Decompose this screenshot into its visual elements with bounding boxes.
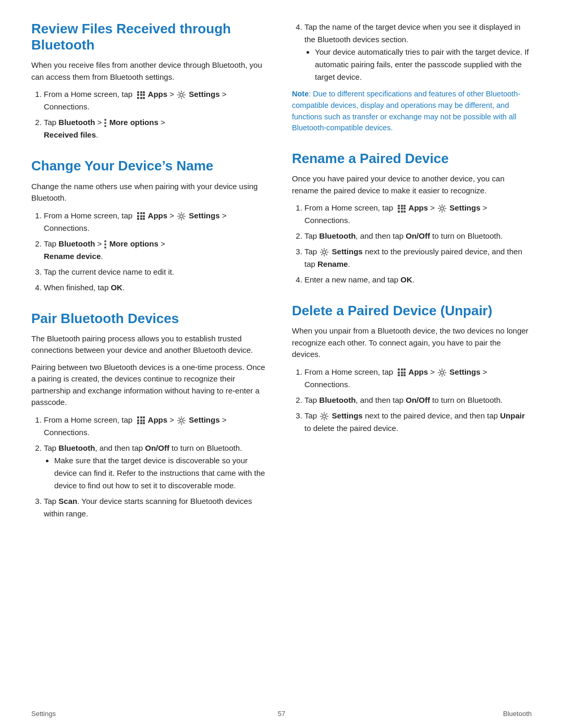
svg-point-5 — [440, 371, 444, 374]
section-pair-devices: Pair Bluetooth Devices The Bluetooth pai… — [31, 311, 271, 520]
left-column: Review Files Received through Bluetooth … — [31, 21, 271, 537]
section-rename-paired: Rename a Paired Device Once you have pai… — [292, 151, 532, 286]
apps-icon — [137, 212, 145, 220]
delete-paired-title: Delete a Paired Device (Unpair) — [292, 303, 532, 319]
list-item: From a Home screen, tap Apps > Settings … — [304, 202, 532, 227]
pair-devices-title: Pair Bluetooth Devices — [31, 311, 271, 327]
more-options-label: More options — [109, 118, 158, 127]
svg-point-1 — [180, 215, 183, 218]
settings-label: Settings — [189, 90, 219, 98]
list-item: From a Home screen, tap Apps > Settings … — [44, 209, 271, 235]
svg-point-4 — [323, 251, 326, 254]
change-name-intro: Change the name others use when pairing … — [31, 181, 271, 204]
pair-continued-steps: Tap the name of the target device when y… — [304, 21, 532, 83]
apps-label: Apps — [148, 90, 168, 98]
list-item: Tap the name of the target device when y… — [304, 21, 532, 83]
footer-center: 57 — [278, 710, 285, 718]
settings-icon — [437, 368, 447, 377]
rename-paired-steps: From a Home screen, tap Apps > Settings … — [304, 202, 532, 286]
list-item: Tap the current device name to edit it. — [44, 266, 271, 278]
section-review-files: Review Files Received through Bluetooth … — [31, 21, 271, 141]
settings-icon — [177, 212, 186, 221]
pair-devices-steps: From a Home screen, tap Apps > Settings … — [44, 414, 271, 520]
apps-icon — [137, 416, 145, 424]
apps-icon — [398, 205, 406, 213]
list-item: Tap Settings next to the paired device, … — [304, 410, 532, 435]
review-files-steps: From a Home screen, tap Apps > Settings … — [44, 88, 271, 141]
page: Review Files Received through Bluetooth … — [0, 0, 563, 728]
right-column: Tap the name of the target device when y… — [292, 21, 532, 537]
footer: Settings 57 Bluetooth — [0, 710, 563, 718]
pair-devices-intro2: Pairing between two Bluetooth devices is… — [31, 362, 271, 409]
change-name-title: Change Your Device’s Name — [31, 158, 271, 174]
svg-point-2 — [180, 419, 183, 422]
apps-icon — [398, 368, 406, 376]
footer-left: Settings — [31, 710, 56, 718]
footer-right: Bluetooth — [503, 710, 532, 718]
more-options-icon — [104, 119, 106, 127]
review-files-title: Review Files Received through Bluetooth — [31, 21, 271, 53]
rename-paired-title: Rename a Paired Device — [292, 151, 532, 167]
list-item: Tap Bluetooth, and then tap On/Off to tu… — [304, 394, 532, 406]
delete-paired-steps: From a Home screen, tap Apps > Settings … — [304, 366, 532, 435]
list-item: When finished, tap OK. — [44, 281, 271, 294]
section-change-name: Change Your Device’s Name Change the nam… — [31, 158, 271, 293]
list-item: From a Home screen, tap Apps > Settings … — [44, 88, 271, 113]
svg-point-6 — [323, 415, 326, 418]
received-files-label: Received files — [44, 130, 96, 139]
apps-icon — [137, 91, 145, 99]
svg-point-3 — [440, 207, 444, 210]
gear-icon — [320, 248, 329, 257]
settings-icon — [177, 90, 186, 100]
list-item: Your device automatically tries to pair … — [315, 46, 532, 83]
settings-icon — [177, 416, 186, 425]
pair-step4-bullets: Your device automatically tries to pair … — [315, 46, 532, 83]
section-pair-continued: Tap the name of the target device when y… — [292, 21, 532, 134]
list-item: Tap Bluetooth, and then tap On/Off to tu… — [304, 230, 532, 242]
list-item: Tap Bluetooth > More options > Rename de… — [44, 238, 271, 263]
more-options-icon — [104, 240, 106, 249]
delete-paired-intro: When you unpair from a Bluetooth device,… — [292, 325, 532, 361]
rename-paired-intro: Once you have paired your device to anot… — [292, 173, 532, 196]
section-delete-paired: Delete a Paired Device (Unpair) When you… — [292, 303, 532, 435]
change-name-steps: From a Home screen, tap Apps > Settings … — [44, 209, 271, 294]
pair-step2-bullets: Make sure that the target device is disc… — [54, 454, 271, 492]
list-item: Tap Settings next to the previously pair… — [304, 245, 532, 270]
pair-devices-intro1: The Bluetooth pairing process allows you… — [31, 333, 271, 356]
gear-icon — [320, 412, 329, 421]
settings-icon — [437, 204, 447, 213]
list-item: From a Home screen, tap Apps > Settings … — [44, 414, 271, 439]
pair-note: Note: Due to different specifications an… — [292, 89, 532, 134]
svg-point-0 — [180, 93, 183, 96]
list-item: Tap Bluetooth, and then tap On/Off to tu… — [44, 442, 271, 492]
bluetooth-label: Bluetooth — [58, 118, 95, 127]
list-item: Enter a new name, and tap OK. — [304, 274, 532, 286]
main-content: Review Files Received through Bluetooth … — [31, 21, 532, 537]
list-item: Tap Bluetooth > More options > Received … — [44, 116, 271, 141]
list-item: Make sure that the target device is disc… — [54, 454, 271, 492]
list-item: Tap Scan. Your device starts scanning fo… — [44, 495, 271, 520]
list-item: From a Home screen, tap Apps > Settings … — [304, 366, 532, 391]
review-files-intro: When you receive files from another devi… — [31, 59, 271, 83]
